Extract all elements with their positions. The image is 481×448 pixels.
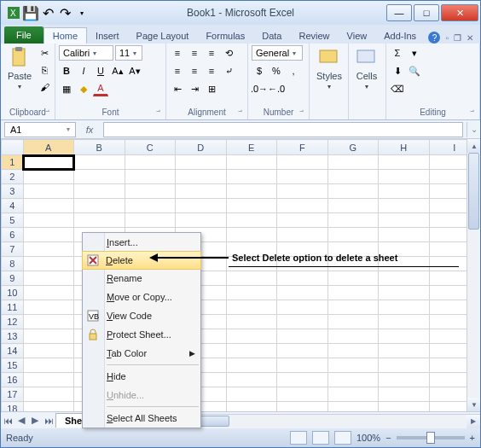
row-header[interactable]: 2 — [2, 170, 24, 184]
minimize-ribbon-icon[interactable]: ▫ — [445, 33, 449, 43]
cell[interactable] — [327, 170, 379, 184]
cell[interactable] — [226, 213, 277, 228]
underline-icon[interactable]: U — [93, 63, 108, 79]
cell[interactable] — [327, 373, 379, 387]
align-right-icon[interactable]: ≡ — [204, 63, 219, 79]
cell[interactable] — [176, 184, 227, 199]
excel-icon[interactable]: X — [6, 5, 21, 20]
row-header[interactable]: 6 — [2, 228, 24, 242]
undo-icon[interactable]: ↶ — [40, 5, 55, 20]
tab-file[interactable]: File — [4, 26, 43, 44]
tab-insert[interactable]: Insert — [87, 28, 128, 44]
cell[interactable] — [327, 344, 379, 358]
cell[interactable] — [277, 184, 328, 199]
column-header[interactable]: F — [277, 140, 328, 155]
increase-font-icon[interactable]: A▴ — [110, 63, 125, 79]
cell[interactable] — [277, 199, 328, 213]
cell[interactable] — [176, 213, 227, 228]
orientation-icon[interactable]: ⟲ — [221, 45, 236, 61]
cell[interactable] — [226, 358, 277, 373]
cell[interactable] — [125, 184, 176, 199]
zoom-level[interactable]: 100% — [356, 433, 380, 443]
cell[interactable] — [327, 300, 379, 315]
cell[interactable] — [277, 271, 328, 286]
cell[interactable] — [327, 402, 379, 412]
cell[interactable] — [379, 402, 430, 412]
cell[interactable] — [226, 184, 277, 199]
cell[interactable] — [277, 373, 328, 387]
row-header[interactable]: 12 — [2, 315, 24, 329]
font-name-combo[interactable]: Calibri — [59, 45, 113, 61]
cell[interactable] — [379, 358, 430, 373]
column-header[interactable]: B — [74, 140, 125, 155]
menu-item-view-code[interactable]: VBView Code — [83, 306, 200, 325]
row-header[interactable]: 8 — [2, 257, 24, 271]
help-icon[interactable]: ? — [428, 32, 440, 44]
zoom-in-icon[interactable]: + — [470, 433, 475, 443]
row-header[interactable]: 16 — [2, 373, 24, 387]
tab-home[interactable]: Home — [43, 27, 87, 44]
cell[interactable] — [23, 300, 74, 315]
cell[interactable] — [327, 228, 379, 242]
cell[interactable] — [226, 271, 277, 286]
row-header[interactable]: 7 — [2, 242, 24, 257]
cell[interactable] — [277, 387, 328, 402]
close-workbook-icon[interactable]: ✕ — [467, 33, 473, 43]
cell[interactable] — [23, 373, 74, 387]
close-button[interactable]: ✕ — [441, 4, 478, 21]
cell[interactable] — [379, 300, 430, 315]
cell[interactable] — [23, 286, 74, 300]
percent-icon[interactable]: % — [269, 63, 284, 79]
column-header[interactable]: A — [23, 140, 74, 155]
clear-icon[interactable]: ⌫ — [390, 81, 405, 96]
align-bottom-icon[interactable]: ≡ — [204, 45, 219, 61]
merge-icon[interactable]: ⊞ — [204, 81, 219, 96]
cell[interactable] — [379, 286, 430, 300]
row-header[interactable]: 15 — [2, 358, 24, 373]
cell[interactable] — [125, 213, 176, 228]
menu-item-protect-sheet[interactable]: Protect Sheet... — [83, 325, 200, 344]
cell[interactable] — [23, 271, 74, 286]
cell[interactable] — [23, 315, 74, 329]
cell[interactable] — [327, 358, 379, 373]
redo-icon[interactable]: ↷ — [57, 5, 72, 20]
row-header[interactable]: 17 — [2, 387, 24, 402]
cell[interactable] — [277, 315, 328, 329]
cell[interactable] — [327, 155, 379, 170]
cell[interactable] — [379, 329, 430, 344]
cell[interactable] — [379, 184, 430, 199]
align-top-icon[interactable]: ≡ — [170, 45, 185, 61]
column-header[interactable]: H — [379, 140, 430, 155]
first-sheet-icon[interactable]: ⏮ — [1, 416, 14, 426]
menu-item-move-or-copy[interactable]: Move or Copy... — [83, 288, 200, 306]
cell[interactable] — [226, 286, 277, 300]
cell[interactable] — [74, 155, 125, 170]
increase-indent-icon[interactable]: ⇥ — [187, 81, 202, 96]
menu-item-insert[interactable]: Insert... — [83, 233, 200, 252]
cell[interactable] — [379, 213, 430, 228]
cell[interactable] — [226, 199, 277, 213]
restore-window-icon[interactable]: ❐ — [454, 33, 461, 43]
cell[interactable] — [379, 315, 430, 329]
row-header[interactable]: 3 — [2, 184, 24, 199]
cell[interactable] — [23, 329, 74, 344]
cell[interactable] — [327, 184, 379, 199]
align-middle-icon[interactable]: ≡ — [187, 45, 202, 61]
menu-item-unhide[interactable]: Unhide... — [83, 386, 200, 404]
italic-icon[interactable]: I — [76, 63, 91, 79]
cell[interactable] — [277, 300, 328, 315]
cell[interactable] — [277, 344, 328, 358]
scroll-right-icon[interactable]: ▶ — [467, 415, 480, 428]
menu-item-rename[interactable]: Rename — [83, 269, 200, 288]
save-icon[interactable]: 💾 — [23, 5, 38, 20]
row-header[interactable]: 4 — [2, 199, 24, 213]
cell[interactable] — [226, 315, 277, 329]
cell[interactable] — [277, 228, 328, 242]
cell[interactable] — [226, 170, 277, 184]
fill-color-icon[interactable]: ◆ — [76, 81, 91, 96]
border-icon[interactable]: ▦ — [59, 81, 74, 96]
row-header[interactable]: 13 — [2, 329, 24, 344]
font-color-icon[interactable]: A — [93, 81, 108, 96]
cell[interactable] — [327, 286, 379, 300]
cell[interactable] — [226, 344, 277, 358]
